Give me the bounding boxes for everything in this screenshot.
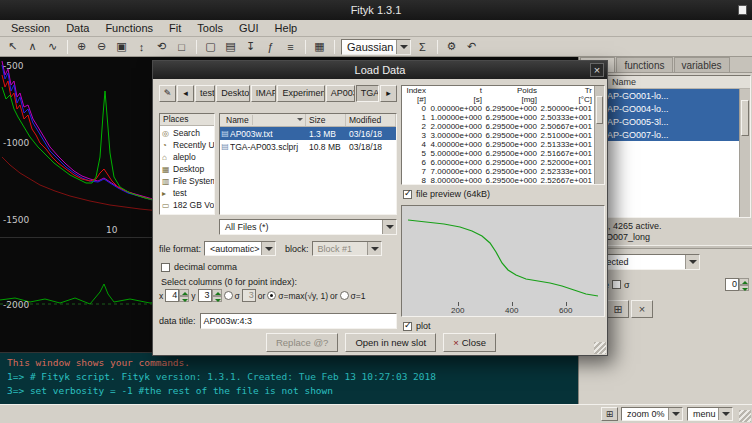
forward-icon[interactable]: ▸ (380, 85, 397, 102)
new-session-icon[interactable]: ▢ (201, 38, 220, 55)
undo-zoom-icon[interactable]: ⟲ (152, 38, 171, 55)
column-name[interactable]: Name (220, 114, 306, 126)
command-console[interactable]: This window shows your commands. 1=> # F… (0, 352, 578, 404)
preview-table-scrollbar[interactable] (594, 86, 604, 184)
log-icon[interactable]: ≡ (281, 38, 300, 55)
chevron-down-icon[interactable] (261, 242, 275, 255)
pointer-mode-icon[interactable]: ↖ (3, 38, 22, 55)
resize-grip[interactable] (739, 410, 751, 422)
x-column-stepper[interactable]: 4 (165, 289, 189, 302)
statusbar-panel-icon[interactable]: ⊞ (601, 407, 618, 421)
menu-fit[interactable]: Fit (161, 20, 189, 36)
dataset-list-scrollbar[interactable] (739, 89, 750, 217)
file-row[interactable]: ▤ TGA-AP003.sclprj 10.8 MB 03/18/18 (220, 140, 396, 153)
dialog-resize-grip[interactable] (594, 342, 606, 354)
add-peak-mode-icon[interactable]: ∧ (23, 38, 42, 55)
stepper-arrows[interactable] (179, 289, 189, 302)
chevron-down-icon[interactable] (718, 408, 732, 420)
file-preview-checkbox[interactable] (403, 190, 412, 199)
data-title-input[interactable]: AP003w:4:3 (200, 313, 397, 329)
plot-checkbox[interactable] (403, 322, 412, 331)
open-session-icon[interactable]: ▤ (221, 38, 240, 55)
menu-tools[interactable]: Tools (189, 20, 231, 36)
zoom-all-icon[interactable]: ▣ (112, 38, 131, 55)
full-view-icon[interactable]: □ (172, 38, 191, 55)
stepper-arrows[interactable] (739, 278, 749, 291)
down-arrow-icon[interactable] (739, 285, 749, 292)
edit-path-icon[interactable]: ✎ (159, 85, 176, 102)
decimal-comma-label: decimal comma (174, 262, 237, 272)
dataset-name: AP-GO005-3l... (605, 117, 750, 127)
chevron-down-icon[interactable] (668, 408, 682, 420)
decimal-comma-checkbox[interactable] (161, 263, 170, 272)
menu-session[interactable]: Session (3, 20, 58, 36)
breadcrumb-ap003[interactable]: AP003 (326, 85, 355, 102)
column-size[interactable]: Size (306, 114, 346, 126)
point-size-stepper[interactable]: 0 (725, 278, 749, 291)
zoom-combo[interactable]: zoom 0% (621, 407, 683, 421)
column-modified[interactable]: Modified (346, 114, 396, 126)
sigma-sqrt-radio[interactable] (267, 291, 276, 300)
menu-functions[interactable]: Functions (97, 20, 161, 36)
down-arrow-icon[interactable] (179, 296, 189, 303)
place-search[interactable]: ◎Search (160, 127, 214, 139)
breadcrumb-experimental[interactable]: Experimental (277, 85, 324, 102)
function-type-combo[interactable]: Gaussian (341, 39, 411, 55)
back-icon[interactable]: ◂ (177, 85, 194, 102)
breadcrumb-desktop[interactable]: Desktop (216, 85, 249, 102)
preview-table-header: Index t Poids Tr (402, 86, 604, 95)
dialog-title: Load Data (355, 64, 406, 76)
y-column-stepper[interactable]: 3 (198, 289, 222, 302)
menu-data[interactable]: Data (58, 20, 97, 36)
zoom-out-icon[interactable]: ⊖ (92, 38, 111, 55)
replace-button[interactable]: Replace @? (266, 333, 338, 352)
place-volume[interactable]: ▭182 GB Vol... (160, 199, 214, 211)
screenshot-icon[interactable]: ▦ (310, 38, 329, 55)
breadcrumb-test[interactable]: test (195, 85, 215, 102)
close-button[interactable]: ×Close (443, 333, 496, 352)
open-in-new-slot-button[interactable]: Open in new slot (345, 333, 436, 352)
execute-script-icon[interactable]: ƒ (261, 38, 280, 55)
file-icon: ▤ (220, 142, 230, 151)
dialog-titlebar[interactable]: Load Data × (153, 61, 607, 79)
tab-variables[interactable]: variables (674, 57, 730, 72)
sigma-column-radio[interactable] (224, 291, 233, 300)
file-format-combo[interactable]: <automatic> (204, 241, 276, 256)
menu-help[interactable]: Help (267, 20, 306, 36)
window-button[interactable] (738, 5, 747, 15)
statusbar-menu-combo[interactable]: menu (687, 407, 733, 421)
file-row[interactable]: ▤ AP003w.txt 1.3 MB 03/16/18 (220, 127, 396, 140)
stepper-arrows[interactable] (212, 289, 222, 302)
zoom-vertical-icon[interactable]: ↕ (132, 38, 151, 55)
scrollbar-thumb[interactable] (741, 100, 749, 136)
tab-functions[interactable]: functions (616, 57, 672, 72)
undo-fit-icon[interactable]: ↶ (462, 38, 481, 55)
save-session-icon[interactable]: ↧ (241, 38, 260, 55)
breadcrumb-tga[interactable]: TGA (356, 85, 379, 102)
place-desktop[interactable]: ▦Desktop (160, 163, 214, 175)
place-home[interactable]: ⌂aleplo (160, 151, 214, 163)
grid-icon[interactable]: ⊞ (607, 300, 629, 318)
sigma-one-radio[interactable] (340, 291, 349, 300)
down-arrow-icon[interactable] (212, 296, 222, 303)
place-filesystem[interactable]: ▥File System (160, 175, 214, 187)
chevron-down-icon[interactable] (396, 40, 410, 54)
scrollbar-thumb[interactable] (596, 96, 603, 124)
window-titlebar[interactable]: Fityk 1.3.1 (0, 0, 752, 20)
sigma-checkbox[interactable] (612, 280, 621, 289)
place-test-folder[interactable]: ▸test (160, 187, 214, 199)
menu-gui[interactable]: GUI (231, 20, 267, 36)
breadcrumb-imap[interactable]: IMAP (251, 85, 277, 102)
close-icon[interactable]: × (590, 63, 604, 77)
zoom-in-icon[interactable]: ⊕ (72, 38, 91, 55)
add-function-icon[interactable]: Σ (413, 38, 432, 55)
chevron-down-icon[interactable] (382, 220, 396, 234)
place-recently-used[interactable]: ◔Recently U... (160, 139, 214, 151)
activate-mode-icon[interactable]: ∿ (43, 38, 62, 55)
delete-dataset-icon[interactable]: × (631, 300, 653, 318)
file-format-value: <automatic> (205, 242, 261, 255)
unit-cell: [s] (428, 95, 482, 104)
chevron-down-icon[interactable] (685, 255, 699, 269)
file-filter-combo[interactable]: All Files (*) (219, 219, 397, 235)
fit-icon[interactable]: ⚙ (442, 38, 461, 55)
